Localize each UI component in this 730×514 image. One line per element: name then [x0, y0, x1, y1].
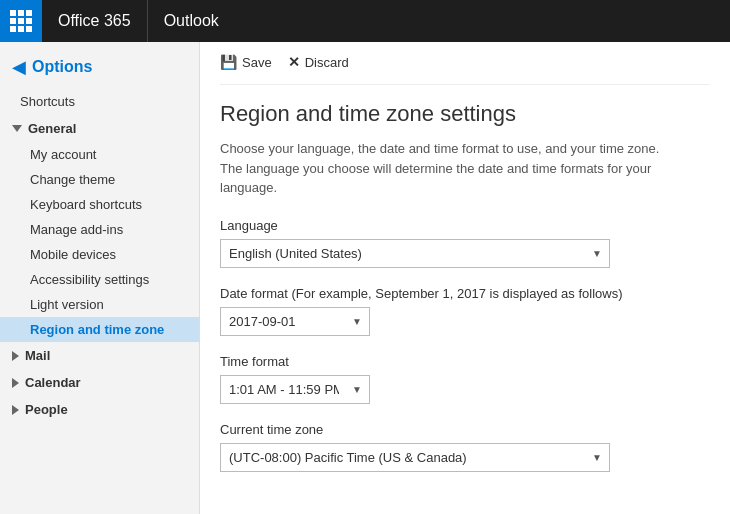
language-select[interactable]: English (United States) English (United … — [220, 239, 610, 268]
top-bar: Office 365 Outlook — [0, 0, 730, 42]
discard-button[interactable]: ✕ Discard — [288, 54, 349, 70]
sidebar-item-my-account[interactable]: My account — [0, 142, 199, 167]
sidebar-item-mobile-devices[interactable]: Mobile devices — [0, 242, 199, 267]
expand-icon — [12, 378, 19, 388]
sidebar-item-region-and-time-zone[interactable]: Region and time zone — [0, 317, 199, 342]
date-format-select[interactable]: 2017-09-01 09/01/2017 01/09/2017 Septemb… — [220, 307, 370, 336]
sidebar-item-shortcuts[interactable]: Shortcuts — [0, 88, 199, 115]
app-suite-title: Office 365 — [42, 0, 148, 42]
timezone-select[interactable]: (UTC-08:00) Pacific Time (US & Canada) (… — [220, 443, 610, 472]
timezone-field-group: Current time zone (UTC-08:00) Pacific Ti… — [220, 422, 710, 472]
date-format-select-wrapper: 2017-09-01 09/01/2017 01/09/2017 Septemb… — [220, 307, 370, 336]
language-select-wrapper: English (United States) English (United … — [220, 239, 610, 268]
options-header: ◀ Options — [0, 42, 199, 88]
date-format-label: Date format (For example, September 1, 2… — [220, 286, 710, 301]
sidebar-item-light-version[interactable]: Light version — [0, 292, 199, 317]
sidebar-item-accessibility-settings[interactable]: Accessibility settings — [0, 267, 199, 292]
page-title: Region and time zone settings — [220, 101, 710, 127]
timezone-select-wrapper: (UTC-08:00) Pacific Time (US & Canada) (… — [220, 443, 610, 472]
time-format-select-wrapper: 1:01 AM - 11:59 PM 01:01 - 23:59 ▼ — [220, 375, 370, 404]
timezone-label: Current time zone — [220, 422, 710, 437]
expand-icon — [12, 125, 22, 132]
options-title: Options — [32, 58, 92, 76]
sidebar-group-general[interactable]: General — [0, 115, 199, 142]
toolbar: 💾 Save ✕ Discard — [220, 42, 710, 85]
content-area: 💾 Save ✕ Discard Region and time zone se… — [200, 42, 730, 514]
language-field-group: Language English (United States) English… — [220, 218, 710, 268]
grid-icon — [10, 10, 32, 32]
expand-icon — [12, 351, 19, 361]
app-name-title: Outlook — [148, 12, 235, 30]
discard-icon: ✕ — [288, 54, 300, 70]
back-icon[interactable]: ◀ — [12, 56, 26, 78]
save-icon: 💾 — [220, 54, 237, 70]
language-label: Language — [220, 218, 710, 233]
time-format-select[interactable]: 1:01 AM - 11:59 PM 01:01 - 23:59 — [220, 375, 370, 404]
sidebar-item-change-theme[interactable]: Change theme — [0, 167, 199, 192]
main-layout: ◀ Options Shortcuts General My account C… — [0, 42, 730, 514]
sidebar-item-keyboard-shortcuts[interactable]: Keyboard shortcuts — [0, 192, 199, 217]
sidebar-group-mail[interactable]: Mail — [0, 342, 199, 369]
date-format-field-group: Date format (For example, September 1, 2… — [220, 286, 710, 336]
sidebar-group-calendar[interactable]: Calendar — [0, 369, 199, 396]
time-format-field-group: Time format 1:01 AM - 11:59 PM 01:01 - 2… — [220, 354, 710, 404]
page-description: Choose your language, the date and time … — [220, 139, 710, 198]
sidebar-item-manage-add-ins[interactable]: Manage add-ins — [0, 217, 199, 242]
expand-icon — [12, 405, 19, 415]
save-button[interactable]: 💾 Save — [220, 54, 272, 70]
sidebar: ◀ Options Shortcuts General My account C… — [0, 42, 200, 514]
time-format-label: Time format — [220, 354, 710, 369]
app-grid-button[interactable] — [0, 0, 42, 42]
sidebar-group-people[interactable]: People — [0, 396, 199, 423]
